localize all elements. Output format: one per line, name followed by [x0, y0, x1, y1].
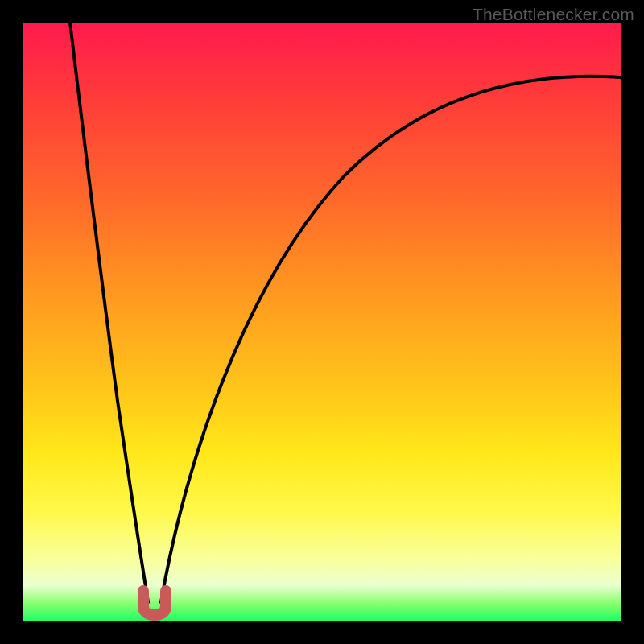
chart-plot-area [23, 23, 621, 621]
watermark-text: TheBottlenecker.com [473, 5, 634, 24]
curve-left-branch [70, 23, 148, 602]
optimal-marker [143, 591, 166, 615]
chart-frame: TheBottlenecker.com [0, 0, 644, 644]
curve-right-branch [161, 76, 621, 602]
curve-layer [23, 23, 621, 621]
